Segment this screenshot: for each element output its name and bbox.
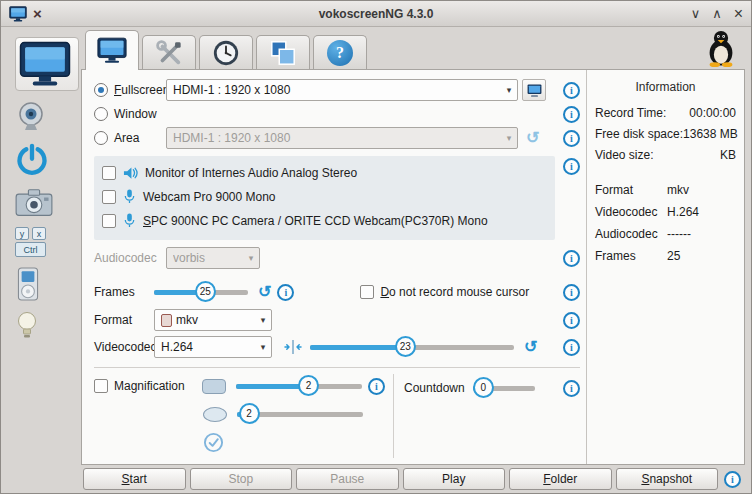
- videocodec-info-icon[interactable]: [563, 339, 580, 356]
- magnification-checkbox[interactable]: [94, 379, 108, 393]
- area-info-icon[interactable]: [563, 130, 580, 147]
- chevron-down-icon: [255, 337, 271, 357]
- sidebar-item-magnifier[interactable]: y x Ctrl: [15, 227, 75, 257]
- key-x: x: [32, 227, 46, 240]
- sidebar-item-screen[interactable]: [15, 37, 79, 91]
- countdown-slider-thumb[interactable]: 0: [473, 377, 494, 398]
- chevron-down-icon: [255, 310, 271, 330]
- window-radio[interactable]: Window: [94, 107, 166, 121]
- media-player-icon: [15, 267, 41, 301]
- audio-device-checkbox[interactable]: [102, 190, 116, 204]
- magnification-width-slider[interactable]: 2: [236, 375, 362, 397]
- video-size-label: Video size:: [595, 148, 653, 162]
- audio-device-row[interactable]: Monitor of Internes Audio Analog Stereo: [102, 162, 547, 183]
- sidebar-item-webcam[interactable]: [15, 101, 75, 133]
- magnification-section: Magnification 2: [94, 374, 394, 458]
- minimize-button[interactable]: [691, 7, 701, 20]
- videocodec-label: Videocodec: [94, 340, 154, 354]
- quality-reset-icon[interactable]: [524, 339, 537, 355]
- close-button[interactable]: [734, 6, 743, 22]
- record-time-row: Record Time: 00:00:00: [595, 106, 736, 120]
- magnifier-rect-shape[interactable]: [202, 379, 226, 394]
- tab-screen[interactable]: [85, 30, 139, 70]
- titlebar[interactable]: vokoscreenNG 4.3.0: [1, 1, 751, 27]
- frames-label: Frames: [94, 285, 154, 299]
- tab-timer[interactable]: [199, 35, 253, 69]
- fullscreen-radio[interactable]: Fullscreen: [94, 83, 166, 97]
- folder-button[interactable]: Folder: [509, 468, 612, 490]
- countdown-info-icon[interactable]: [563, 380, 580, 397]
- countdown-slider[interactable]: 0: [473, 377, 535, 399]
- audiocodec-info-icon[interactable]: [563, 250, 580, 267]
- magnifier-ellipse-shape[interactable]: [203, 407, 227, 422]
- sidebar-item-record[interactable]: [15, 143, 75, 177]
- mouse-cursor-info-icon[interactable]: [563, 284, 580, 301]
- chevron-down-icon: [501, 80, 517, 100]
- fullscreen-display-select[interactable]: HDMI-1 : 1920 x 1080: [166, 79, 518, 101]
- tux-logo: [705, 29, 737, 67]
- frames-slider-thumb[interactable]: 25: [195, 281, 216, 302]
- area-radio[interactable]: Area: [94, 131, 166, 145]
- sidebar-item-camera[interactable]: [15, 187, 75, 217]
- screen-icon: [19, 41, 71, 87]
- maximize-button[interactable]: [712, 7, 722, 20]
- magnification-row-2: 2: [203, 402, 385, 426]
- screen-picker-button[interactable]: [522, 79, 546, 101]
- audio-info-icon[interactable]: [563, 158, 580, 175]
- info-format-value: mkv: [667, 183, 689, 197]
- radio-icon: [94, 131, 108, 145]
- audio-device-checkbox[interactable]: [102, 214, 116, 228]
- windows-icon: [269, 39, 297, 67]
- disk-space-label: Free disk space:: [595, 127, 683, 141]
- start-button[interactable]: Start: [83, 468, 186, 490]
- countdown-row: Countdown 0: [404, 376, 580, 400]
- record-time-label: Record Time:: [595, 106, 666, 120]
- sidebar: y x Ctrl: [1, 27, 81, 494]
- tab-windows[interactable]: [256, 35, 310, 69]
- frames-slider[interactable]: 25: [154, 281, 248, 303]
- tab-help[interactable]: ?: [313, 35, 367, 69]
- fullscreen-info-icon[interactable]: [563, 82, 580, 99]
- magnification-width-thumb[interactable]: 2: [298, 375, 319, 396]
- sidebar-item-player[interactable]: [15, 267, 75, 301]
- sidebar-item-help-light[interactable]: [15, 311, 75, 341]
- audiocodec-select: vorbis: [166, 247, 260, 269]
- magnification-row-3: [203, 430, 385, 454]
- audiocodec-label: Audiocodec: [94, 251, 166, 265]
- info-audiocodec-value: ------: [667, 227, 691, 241]
- footer-info-icon[interactable]: [724, 471, 741, 488]
- audio-device-checkbox[interactable]: [102, 166, 116, 180]
- videocodec-select[interactable]: H.264: [154, 336, 272, 358]
- magnification-height-thumb[interactable]: 2: [239, 403, 260, 424]
- tab-tools[interactable]: [142, 35, 196, 69]
- magnification-height-slider[interactable]: 2: [237, 403, 363, 425]
- magnification-info-icon[interactable]: [368, 378, 385, 395]
- audio-device-row[interactable]: Webcam Pro 9000 Mono: [102, 186, 547, 207]
- pause-button: Pause: [296, 468, 399, 490]
- clock-icon: [212, 39, 240, 67]
- frames-reset-icon[interactable]: [258, 284, 271, 300]
- audio-device-row[interactable]: SPC 900NC PC Camera / ORITE CCD Webcam(P…: [102, 210, 547, 231]
- format-select[interactable]: mkv: [154, 309, 272, 331]
- area-reset-icon[interactable]: [526, 130, 539, 146]
- audio-section: Monitor of Internes Audio Analog Stereo: [94, 156, 580, 240]
- video-size-value: KB: [720, 148, 736, 162]
- window-info-icon[interactable]: [563, 106, 580, 123]
- quality-slider[interactable]: 23: [310, 336, 514, 358]
- magnification-row: Magnification 2: [94, 374, 385, 398]
- check-circle-icon[interactable]: [203, 432, 224, 453]
- play-button[interactable]: Play: [403, 468, 506, 490]
- quality-slider-thumb[interactable]: 23: [395, 336, 416, 357]
- videocodec-row: Videocodec H.264: [94, 335, 580, 359]
- lightbulb-icon: [15, 311, 39, 341]
- area-display-value: HDMI-1 : 1920 x 1080: [173, 131, 497, 145]
- snapshot-button[interactable]: Snapshot: [616, 468, 719, 490]
- video-size-row: Video size: KB: [595, 148, 736, 162]
- bottom-group: Magnification 2: [94, 367, 580, 458]
- area-label: Area: [114, 131, 139, 145]
- titlebar-menu-close-icon[interactable]: [33, 6, 42, 21]
- mouse-cursor-checkbox[interactable]: [360, 285, 374, 299]
- format-info-icon[interactable]: [563, 312, 580, 329]
- mouse-cursor-option[interactable]: Do not record mouse cursor: [360, 285, 529, 299]
- frames-info-icon[interactable]: [277, 284, 294, 301]
